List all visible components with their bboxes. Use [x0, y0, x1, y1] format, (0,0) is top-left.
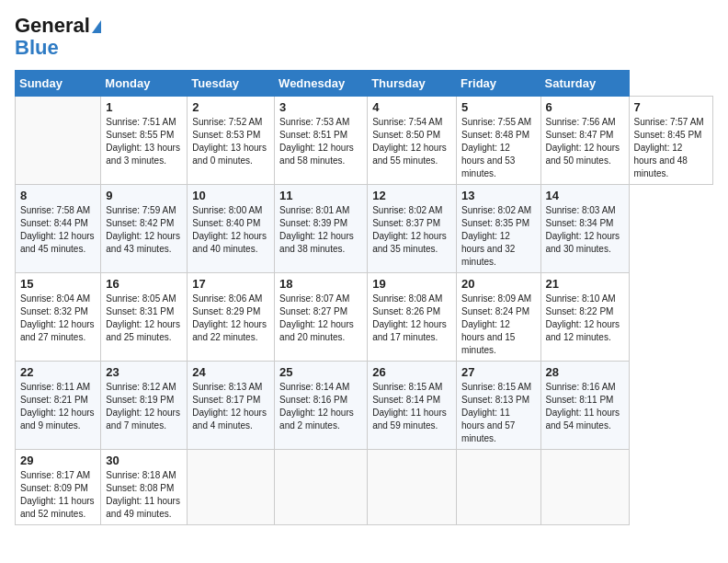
calendar-day-cell: 18 Sunrise: 8:07 AMSunset: 8:27 PMDaylig… [275, 273, 368, 362]
day-info: Sunrise: 7:54 AMSunset: 8:50 PMDaylight:… [372, 116, 451, 167]
day-number: 18 [279, 277, 362, 291]
calendar-table: SundayMondayTuesdayWednesdayThursdayFrid… [15, 70, 713, 525]
day-number: 22 [20, 365, 96, 379]
day-number: 7 [634, 100, 709, 114]
day-number: 20 [461, 277, 535, 291]
calendar-day-cell: 8 Sunrise: 7:58 AMSunset: 8:44 PMDayligh… [16, 185, 101, 273]
logo-general-text: General [15, 14, 90, 37]
calendar-day-header: Monday [101, 71, 188, 97]
day-info: Sunrise: 8:03 AMSunset: 8:34 PMDaylight:… [546, 204, 624, 256]
day-number: 21 [546, 277, 624, 291]
calendar-week-row: 8 Sunrise: 7:58 AMSunset: 8:44 PMDayligh… [16, 185, 713, 273]
calendar-day-cell: 30 Sunrise: 8:18 AMSunset: 8:08 PMDaylig… [101, 450, 188, 525]
day-info: Sunrise: 8:14 AMSunset: 8:16 PMDaylight:… [279, 381, 362, 432]
day-info: Sunrise: 7:58 AMSunset: 8:44 PMDaylight:… [20, 204, 96, 256]
day-number: 15 [20, 277, 96, 291]
calendar-day-cell: 5 Sunrise: 7:55 AMSunset: 8:48 PMDayligh… [457, 97, 540, 185]
calendar-day-cell [275, 450, 368, 525]
day-number: 12 [372, 189, 451, 202]
calendar-day-cell: 13 Sunrise: 8:02 AMSunset: 8:35 PMDaylig… [457, 185, 540, 273]
day-number: 6 [546, 100, 624, 114]
day-info: Sunrise: 8:16 AMSunset: 8:11 PMDaylight:… [546, 381, 624, 432]
calendar-day-cell: 24 Sunrise: 8:13 AMSunset: 8:17 PMDaylig… [188, 362, 275, 450]
calendar-day-cell: 15 Sunrise: 8:04 AMSunset: 8:32 PMDaylig… [16, 273, 101, 362]
calendar-day-cell: 2 Sunrise: 7:52 AMSunset: 8:53 PMDayligh… [188, 97, 275, 185]
day-info: Sunrise: 8:02 AMSunset: 8:35 PMDaylight:… [461, 204, 535, 269]
calendar-day-cell: 11 Sunrise: 8:01 AMSunset: 8:39 PMDaylig… [275, 185, 368, 273]
day-info: Sunrise: 8:17 AMSunset: 8:09 PMDaylight:… [20, 469, 96, 521]
calendar-body: 1 Sunrise: 7:51 AMSunset: 8:55 PMDayligh… [16, 97, 713, 525]
calendar-day-cell [540, 450, 629, 525]
day-info: Sunrise: 8:08 AMSunset: 8:26 PMDaylight:… [372, 293, 451, 344]
calendar-day-cell: 6 Sunrise: 7:56 AMSunset: 8:47 PMDayligh… [540, 97, 629, 185]
day-info: Sunrise: 7:57 AMSunset: 8:45 PMDaylight:… [634, 116, 709, 180]
day-number: 25 [279, 365, 362, 379]
day-number: 13 [461, 189, 535, 202]
day-info: Sunrise: 8:10 AMSunset: 8:22 PMDaylight:… [546, 293, 624, 344]
logo-icon [92, 20, 101, 33]
logo: General Blue [15, 15, 101, 59]
calendar-day-cell: 22 Sunrise: 8:11 AMSunset: 8:21 PMDaylig… [16, 362, 101, 450]
calendar-day-cell: 10 Sunrise: 8:00 AMSunset: 8:40 PMDaylig… [188, 185, 275, 273]
calendar-day-header: Wednesday [275, 71, 368, 97]
calendar-day-header: Tuesday [188, 71, 275, 97]
day-info: Sunrise: 7:55 AMSunset: 8:48 PMDaylight:… [461, 116, 535, 180]
calendar-day-header: Saturday [540, 71, 629, 97]
day-info: Sunrise: 8:00 AMSunset: 8:40 PMDaylight:… [192, 204, 269, 256]
calendar-day-cell: 21 Sunrise: 8:10 AMSunset: 8:22 PMDaylig… [540, 273, 629, 362]
day-number: 4 [372, 100, 451, 114]
day-info: Sunrise: 8:01 AMSunset: 8:39 PMDaylight:… [279, 204, 362, 256]
day-number: 29 [20, 454, 96, 467]
day-number: 17 [192, 277, 269, 291]
calendar-day-cell: 27 Sunrise: 8:15 AMSunset: 8:13 PMDaylig… [457, 362, 540, 450]
day-number: 8 [20, 189, 96, 202]
day-number: 2 [192, 100, 269, 114]
day-number: 3 [279, 100, 362, 114]
day-info: Sunrise: 8:18 AMSunset: 8:08 PMDaylight:… [106, 469, 182, 521]
day-info: Sunrise: 8:04 AMSunset: 8:32 PMDaylight:… [20, 293, 96, 344]
calendar-header-row: SundayMondayTuesdayWednesdayThursdayFrid… [16, 71, 713, 97]
day-info: Sunrise: 8:15 AMSunset: 8:14 PMDaylight:… [372, 381, 451, 432]
calendar-week-row: 22 Sunrise: 8:11 AMSunset: 8:21 PMDaylig… [16, 362, 713, 450]
calendar-day-cell: 3 Sunrise: 7:53 AMSunset: 8:51 PMDayligh… [275, 97, 368, 185]
day-number: 28 [546, 365, 624, 379]
calendar-day-header: Friday [457, 71, 540, 97]
day-info: Sunrise: 8:05 AMSunset: 8:31 PMDaylight:… [106, 293, 182, 344]
day-info: Sunrise: 8:13 AMSunset: 8:17 PMDaylight:… [192, 381, 269, 432]
day-info: Sunrise: 7:52 AMSunset: 8:53 PMDaylight:… [192, 116, 269, 167]
calendar-day-cell: 26 Sunrise: 8:15 AMSunset: 8:14 PMDaylig… [368, 362, 457, 450]
calendar-day-cell [188, 450, 275, 525]
calendar-day-header: Sunday [16, 71, 101, 97]
day-number: 26 [372, 365, 451, 379]
day-info: Sunrise: 8:09 AMSunset: 8:24 PMDaylight:… [461, 293, 535, 357]
day-number: 27 [461, 365, 535, 379]
day-number: 14 [546, 189, 624, 202]
day-number: 5 [461, 100, 535, 114]
calendar-day-cell: 4 Sunrise: 7:54 AMSunset: 8:50 PMDayligh… [368, 97, 457, 185]
day-info: Sunrise: 7:53 AMSunset: 8:51 PMDaylight:… [279, 116, 362, 167]
calendar-week-row: 1 Sunrise: 7:51 AMSunset: 8:55 PMDayligh… [16, 97, 713, 185]
day-number: 1 [106, 100, 182, 114]
day-info: Sunrise: 8:06 AMSunset: 8:29 PMDaylight:… [192, 293, 269, 344]
calendar-day-cell [457, 450, 540, 525]
day-number: 23 [106, 365, 182, 379]
day-info: Sunrise: 7:56 AMSunset: 8:47 PMDaylight:… [546, 116, 624, 167]
day-info: Sunrise: 8:07 AMSunset: 8:27 PMDaylight:… [279, 293, 362, 344]
calendar-day-cell: 17 Sunrise: 8:06 AMSunset: 8:29 PMDaylig… [188, 273, 275, 362]
calendar-day-cell: 28 Sunrise: 8:16 AMSunset: 8:11 PMDaylig… [540, 362, 629, 450]
calendar-day-cell: 1 Sunrise: 7:51 AMSunset: 8:55 PMDayligh… [101, 97, 188, 185]
calendar-week-row: 29 Sunrise: 8:17 AMSunset: 8:09 PMDaylig… [16, 450, 713, 525]
day-number: 16 [106, 277, 182, 291]
day-info: Sunrise: 7:59 AMSunset: 8:42 PMDaylight:… [106, 204, 182, 256]
day-info: Sunrise: 8:12 AMSunset: 8:19 PMDaylight:… [106, 381, 182, 432]
calendar-day-header: Thursday [368, 71, 457, 97]
day-number: 11 [279, 189, 362, 202]
day-number: 10 [192, 189, 269, 202]
calendar-day-cell: 12 Sunrise: 8:02 AMSunset: 8:37 PMDaylig… [368, 185, 457, 273]
day-info: Sunrise: 8:15 AMSunset: 8:13 PMDaylight:… [461, 381, 535, 445]
calendar-day-cell: 19 Sunrise: 8:08 AMSunset: 8:26 PMDaylig… [368, 273, 457, 362]
calendar-day-cell [368, 450, 457, 525]
logo-blue-text: Blue [15, 37, 101, 59]
day-number: 19 [372, 277, 451, 291]
calendar-day-cell: 23 Sunrise: 8:12 AMSunset: 8:19 PMDaylig… [101, 362, 188, 450]
